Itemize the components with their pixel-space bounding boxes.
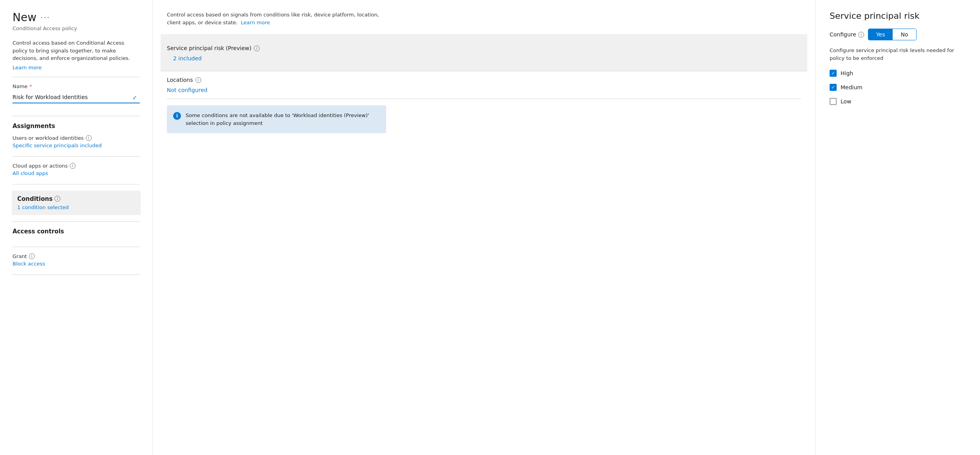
right-panel: Service principal risk Configure i Yes N…	[815, 0, 980, 455]
name-input[interactable]	[13, 92, 140, 103]
more-options-icon[interactable]: ···	[40, 13, 50, 22]
yes-no-toggle[interactable]: Yes No	[868, 29, 917, 40]
configure-desc: Configure service principal risk levels …	[830, 47, 966, 62]
users-info-icon[interactable]: i	[86, 135, 92, 141]
configure-label: Configure i	[830, 31, 864, 38]
conditions-section[interactable]: Conditions i 1 condition selected	[12, 191, 141, 215]
left-panel: New ··· Conditional Access policy Contro…	[0, 0, 153, 455]
low-checkbox[interactable]: ✓	[830, 98, 837, 105]
locations-value[interactable]: Not configured	[167, 87, 801, 99]
service-principal-risk-info-icon[interactable]: i	[254, 45, 260, 51]
conditions-title-row: Conditions i	[17, 195, 135, 202]
medium-checkbox-row[interactable]: ✓ Medium	[830, 84, 966, 91]
medium-label: Medium	[841, 84, 862, 90]
left-description: Control access based on Conditional Acce…	[13, 39, 140, 62]
middle-panel: Control access based on signals from con…	[153, 0, 815, 455]
divider-5	[13, 221, 140, 222]
divider-3	[13, 156, 140, 157]
grant-label: Grant i	[13, 253, 140, 259]
grant-info-icon[interactable]: i	[29, 253, 35, 259]
page-title-row: New ···	[13, 11, 140, 24]
checkmark-icon: ✓	[132, 94, 137, 101]
name-input-wrapper: ✓	[13, 92, 140, 103]
name-field-label: Name *	[13, 83, 140, 89]
users-label: Users or workload identities i	[13, 135, 140, 141]
service-principal-risk-label: Service principal risk (Preview)	[167, 45, 251, 51]
cloud-apps-value-link[interactable]: All cloud apps	[13, 170, 140, 176]
divider-1	[13, 77, 140, 77]
configure-row: Configure i Yes No	[830, 29, 966, 40]
divider-4	[13, 184, 140, 184]
no-button[interactable]: No	[893, 29, 916, 40]
page-title: New	[13, 11, 36, 24]
info-box-icon: i	[173, 112, 181, 120]
cloud-apps-info-icon[interactable]: i	[70, 163, 76, 169]
high-checkbox-row[interactable]: ✓ High	[830, 70, 966, 77]
info-box: i Some conditions are not available due …	[167, 105, 386, 133]
low-label: Low	[841, 98, 852, 105]
middle-description: Control access based on signals from con…	[167, 11, 386, 26]
high-checkmark: ✓	[831, 71, 835, 76]
service-principal-risk-value[interactable]: 2 included	[167, 55, 801, 67]
yes-button[interactable]: Yes	[868, 29, 893, 40]
cloud-apps-label: Cloud apps or actions i	[13, 163, 140, 169]
locations-info-icon[interactable]: i	[195, 77, 201, 83]
service-principal-risk-section[interactable]: Service principal risk (Preview) i 2 inc…	[161, 34, 807, 71]
low-checkbox-row[interactable]: ✓ Low	[830, 98, 966, 105]
high-label: High	[841, 70, 853, 76]
users-value-link[interactable]: Specific service principals included	[13, 143, 140, 148]
locations-header[interactable]: Locations i	[167, 71, 801, 87]
middle-learn-more-link[interactable]: Learn more	[241, 20, 270, 25]
configure-info-icon[interactable]: i	[858, 32, 864, 38]
high-checkbox[interactable]: ✓	[830, 70, 837, 77]
divider-7	[13, 274, 140, 275]
service-principal-risk-header[interactable]: Service principal risk (Preview) i	[167, 40, 801, 55]
right-panel-title: Service principal risk	[830, 11, 966, 21]
locations-section[interactable]: Locations i Not configured	[167, 71, 801, 99]
assignments-label: Assignments	[13, 123, 140, 130]
divider-2	[13, 116, 140, 116]
locations-label: Locations	[167, 77, 193, 83]
info-box-text: Some conditions are not available due to…	[186, 112, 380, 127]
left-learn-more-link[interactable]: Learn more	[13, 65, 140, 70]
medium-checkbox[interactable]: ✓	[830, 84, 837, 91]
medium-checkmark: ✓	[831, 85, 835, 90]
conditions-label: Conditions	[17, 195, 52, 202]
conditions-info-icon[interactable]: i	[54, 196, 60, 202]
required-star: *	[29, 83, 32, 89]
page-subtitle: Conditional Access policy	[13, 25, 140, 31]
conditions-count[interactable]: 1 condition selected	[17, 204, 69, 210]
grant-value-link[interactable]: Block access	[13, 261, 140, 267]
access-controls-label: Access controls	[13, 228, 140, 235]
divider-6	[13, 247, 140, 247]
